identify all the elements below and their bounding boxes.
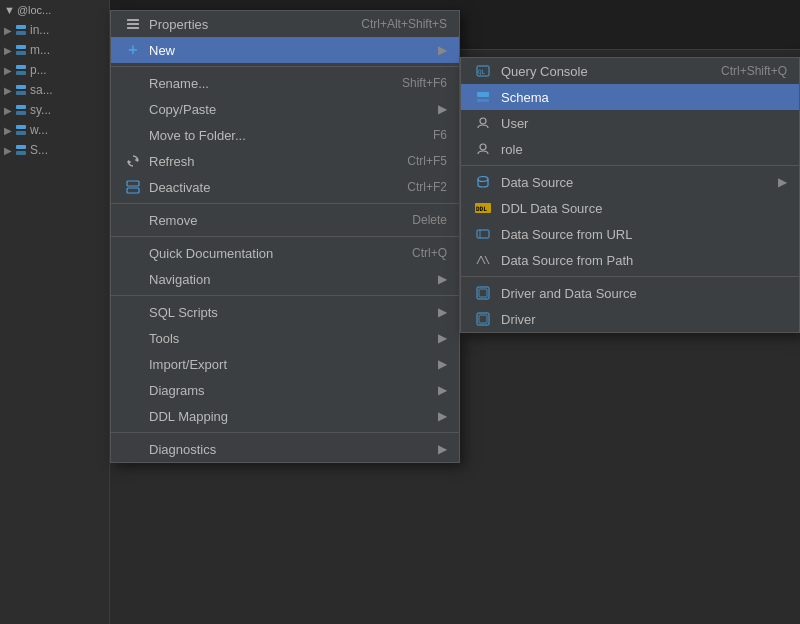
refresh-shortcut: Ctrl+F5 [407, 154, 447, 168]
expand-icon: ▶ [4, 65, 12, 76]
query-console-shortcut: Ctrl+Shift+Q [721, 64, 787, 78]
svg-marker-18 [128, 160, 132, 164]
expand-arrow[interactable]: ▼ [4, 4, 15, 16]
diagnostics-arrow-icon: ▶ [438, 442, 447, 456]
navigation-icon [123, 271, 143, 287]
svg-rect-6 [16, 85, 26, 89]
menu-item-properties[interactable]: Properties Ctrl+Alt+Shift+S [111, 11, 459, 37]
menu-item-remove[interactable]: Remove Delete [111, 207, 459, 233]
menu-item-diagnostics[interactable]: Diagnostics ▶ [111, 436, 459, 462]
sidebar-item-label: in... [30, 23, 49, 37]
sql-icon [123, 304, 143, 320]
driver-data-source-icon [473, 285, 493, 301]
plus-icon: + [123, 42, 143, 58]
sidebar-item-in[interactable]: ▶ in... [0, 20, 109, 40]
db-icon [14, 123, 28, 137]
submenu-item-ddl-data-source[interactable]: DDL DDL Data Source [461, 195, 799, 221]
expand-icon: ▶ [4, 25, 12, 36]
svg-rect-2 [16, 45, 26, 49]
ddl-mapping-arrow-icon: ▶ [438, 409, 447, 423]
svg-rect-10 [16, 125, 26, 129]
menu-item-import-export[interactable]: Import/Export ▶ [111, 351, 459, 377]
svg-rect-1 [16, 31, 26, 35]
menu-item-move-to-folder[interactable]: Move to Folder... F6 [111, 122, 459, 148]
path-icon [473, 252, 493, 268]
submenu-item-role[interactable]: role [461, 136, 799, 162]
submenu-item-data-source[interactable]: Data Source ▶ [461, 169, 799, 195]
menu-item-refresh[interactable]: Refresh Ctrl+F5 [111, 148, 459, 174]
svg-rect-20 [127, 188, 139, 193]
sidebar-item-s[interactable]: ▶ S... [0, 140, 109, 160]
properties-icon [123, 16, 143, 32]
copy-icon [123, 101, 143, 117]
db-icon [14, 143, 28, 157]
user-label: User [501, 116, 787, 131]
quick-doc-icon [123, 245, 143, 261]
move-icon [123, 127, 143, 143]
menu-item-copy-paste[interactable]: Copy/Paste ▶ [111, 96, 459, 122]
diagrams-label: Diagrams [149, 383, 430, 398]
ddl-icon: DDL [473, 200, 493, 216]
menu-item-deactivate[interactable]: Deactivate Ctrl+F2 [111, 174, 459, 200]
submenu-item-user[interactable]: User [461, 110, 799, 136]
sidebar-item-p[interactable]: ▶ p... [0, 60, 109, 80]
datasource-icon [473, 174, 493, 190]
deactivate-icon [123, 179, 143, 195]
sidebar-item-label: m... [30, 43, 50, 57]
sql-scripts-arrow-icon: ▶ [438, 305, 447, 319]
remove-icon [123, 212, 143, 228]
remove-label: Remove [149, 213, 392, 228]
svg-rect-33 [479, 289, 487, 297]
rename-label: Rename... [149, 76, 382, 91]
diagnostics-icon [123, 441, 143, 457]
svg-rect-15 [127, 23, 139, 25]
at-local-label: @loc... [17, 4, 51, 16]
import-export-icon [123, 356, 143, 372]
sidebar-item-m[interactable]: ▶ m... [0, 40, 109, 60]
svg-rect-7 [16, 91, 26, 95]
sidebar-item-label: sa... [30, 83, 53, 97]
navigation-arrow-icon: ▶ [438, 272, 447, 286]
menu-item-new[interactable]: + New ▶ [111, 37, 459, 63]
sidebar-item-sa[interactable]: ▶ sa... [0, 80, 109, 100]
sidebar-item-sy[interactable]: ▶ sy... [0, 100, 109, 120]
remove-shortcut: Delete [412, 213, 447, 227]
sidebar-item-w[interactable]: ▶ w... [0, 120, 109, 140]
submenu-item-query-console[interactable]: QL Query Console Ctrl+Shift+Q [461, 58, 799, 84]
driver-icon [473, 311, 493, 327]
svg-rect-8 [16, 105, 26, 109]
separator-1 [111, 66, 459, 67]
submenu-item-driver[interactable]: Driver [461, 306, 799, 332]
diagnostics-label: Diagnostics [149, 442, 430, 457]
submenu-sep-1 [461, 165, 799, 166]
svg-rect-16 [127, 27, 139, 29]
submenu-item-driver-data-source[interactable]: Driver and Data Source [461, 280, 799, 306]
submenu-item-data-source-url[interactable]: Data Source from URL [461, 221, 799, 247]
menu-item-diagrams[interactable]: Diagrams ▶ [111, 377, 459, 403]
svg-rect-11 [16, 131, 26, 135]
query-console-label: Query Console [501, 64, 711, 79]
data-source-arrow-icon: ▶ [778, 175, 787, 189]
db-icon [14, 103, 28, 117]
role-icon [473, 141, 493, 157]
expand-icon: ▶ [4, 85, 12, 96]
sidebar: ▼ @loc... ▶ in... ▶ m... ▶ p... ▶ sa... … [0, 0, 110, 624]
menu-item-navigation[interactable]: Navigation ▶ [111, 266, 459, 292]
data-source-url-label: Data Source from URL [501, 227, 787, 242]
menu-item-sql-scripts[interactable]: SQL Scripts ▶ [111, 299, 459, 325]
menu-item-rename[interactable]: Rename... Shift+F6 [111, 70, 459, 96]
ddl-data-source-label: DDL Data Source [501, 201, 787, 216]
db-icon [14, 23, 28, 37]
copy-paste-label: Copy/Paste [149, 102, 430, 117]
submenu-item-schema[interactable]: Schema [461, 84, 799, 110]
menu-item-tools[interactable]: Tools ▶ [111, 325, 459, 351]
svg-marker-17 [135, 158, 139, 162]
role-label: role [501, 142, 787, 157]
menu-item-ddl-mapping[interactable]: DDL Mapping ▶ [111, 403, 459, 429]
svg-rect-14 [127, 19, 139, 21]
submenu-item-data-source-path[interactable]: Data Source from Path [461, 247, 799, 273]
menu-item-quick-doc[interactable]: Quick Documentation Ctrl+Q [111, 240, 459, 266]
svg-rect-35 [479, 315, 487, 323]
ddl-mapping-label: DDL Mapping [149, 409, 430, 424]
tools-label: Tools [149, 331, 430, 346]
